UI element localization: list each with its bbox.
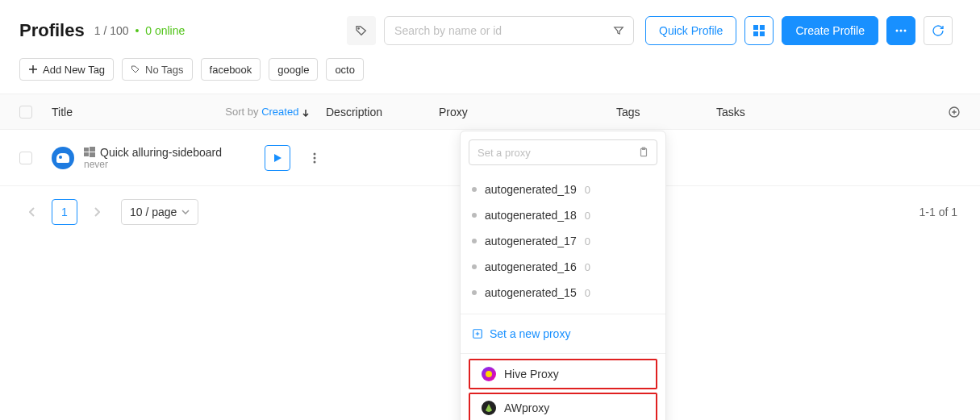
online-count: 0 online — [145, 24, 185, 37]
more-options-button[interactable] — [886, 16, 915, 45]
add-tag-label: Add New Tag — [43, 64, 105, 76]
plus-circle-icon — [948, 106, 961, 119]
per-page-label: 10 / page — [130, 206, 177, 218]
svg-point-13 — [314, 152, 316, 155]
play-icon — [273, 153, 282, 163]
arrow-down-icon — [302, 109, 310, 117]
svg-rect-3 — [753, 31, 758, 36]
pagination-range: 1-1 of 1 — [920, 206, 957, 218]
chevron-down-icon — [181, 210, 190, 214]
windows-icon — [84, 147, 95, 158]
column-tags: Tags — [616, 106, 716, 119]
filter-icon-button[interactable] — [604, 25, 633, 36]
add-tag-button[interactable]: Add New Tag — [19, 58, 114, 81]
profile-name: Quick alluring-sideboard — [100, 146, 222, 159]
svg-point-7 — [904, 30, 907, 32]
svg-rect-9 — [84, 148, 89, 152]
proxy-option[interactable]: autogenerated_180 — [461, 202, 665, 228]
svg-point-0 — [358, 28, 359, 29]
create-profile-button[interactable]: Create Profile — [782, 16, 878, 45]
sortby-field: Created — [261, 106, 298, 118]
proxy-label: autogenerated_19 — [485, 183, 577, 196]
status-dot — [472, 187, 477, 192]
profile-subtext: never — [84, 159, 222, 170]
refresh-icon — [932, 24, 945, 37]
column-proxy: Proxy — [439, 106, 616, 119]
tag-chip[interactable]: google — [269, 58, 318, 81]
row-more-button[interactable] — [303, 145, 326, 171]
proxy-count: 0 — [585, 184, 590, 196]
row-checkbox[interactable] — [19, 152, 32, 164]
column-title: Title — [52, 106, 73, 119]
next-page-button[interactable] — [84, 199, 110, 225]
svg-rect-4 — [760, 31, 765, 36]
per-page-select[interactable]: 10 / page — [121, 199, 198, 225]
quick-profile-button[interactable]: Quick Profile — [645, 16, 736, 45]
add-column-button[interactable] — [948, 106, 961, 119]
svg-point-14 — [314, 156, 316, 159]
sortby-prefix: Sort by — [225, 106, 258, 118]
svg-rect-2 — [760, 25, 765, 30]
proxy-option[interactable]: autogenerated_190 — [461, 177, 665, 202]
proxy-label: autogenerated_18 — [485, 209, 577, 222]
column-description: Description — [326, 106, 439, 119]
plus-icon — [28, 64, 38, 74]
svg-rect-10 — [90, 147, 95, 152]
tag-icon-button[interactable] — [347, 16, 376, 45]
proxy-count: 0 — [585, 235, 590, 239]
search-input[interactable] — [385, 17, 604, 44]
paste-button[interactable] — [631, 147, 657, 158]
clipboard-icon — [638, 147, 649, 158]
svg-point-15 — [314, 160, 316, 163]
tag-chip[interactable]: octo — [326, 58, 364, 81]
browser-avatar — [52, 147, 74, 169]
svg-point-6 — [900, 30, 903, 32]
play-button[interactable] — [265, 145, 290, 171]
proxy-label: autogenerated_17 — [485, 235, 577, 238]
sort-control[interactable]: Sort by Created — [225, 106, 310, 118]
select-all-checkbox[interactable] — [19, 106, 32, 119]
page-number[interactable]: 1 — [52, 199, 77, 225]
proxy-option[interactable]: autogenerated_170 — [461, 228, 665, 238]
column-tasks: Tasks — [716, 106, 961, 119]
no-tags-label: No Tags — [145, 64, 183, 76]
svg-rect-11 — [84, 152, 89, 156]
search-container — [384, 16, 634, 45]
profile-count: 1 / 100 — [94, 24, 129, 37]
proxy-dropdown: autogenerated_190 autogenerated_180 auto… — [460, 131, 666, 238]
proxy-search-container — [469, 139, 657, 165]
refresh-button[interactable] — [924, 16, 953, 45]
online-dot: • — [132, 24, 143, 37]
quick-profile-grid-button[interactable] — [744, 16, 774, 45]
no-tags-filter[interactable]: No Tags — [122, 58, 192, 81]
tag-outline-icon — [131, 64, 140, 74]
svg-rect-12 — [90, 152, 95, 157]
grid-icon — [753, 25, 765, 36]
status-dot — [472, 213, 477, 218]
chevron-left-icon — [29, 207, 35, 217]
tag-icon — [355, 24, 368, 37]
svg-rect-1 — [753, 25, 758, 30]
proxy-search-input[interactable] — [469, 147, 631, 159]
dots-vertical-icon — [313, 152, 316, 164]
tag-chip[interactable]: facebook — [201, 58, 261, 81]
filter-icon — [613, 25, 624, 36]
dots-icon — [895, 29, 907, 32]
prev-page-button[interactable] — [19, 199, 45, 225]
page-title: Profiles — [19, 20, 85, 41]
proxy-count: 0 — [585, 210, 590, 222]
svg-point-5 — [896, 30, 899, 32]
chevron-right-icon — [94, 207, 100, 217]
